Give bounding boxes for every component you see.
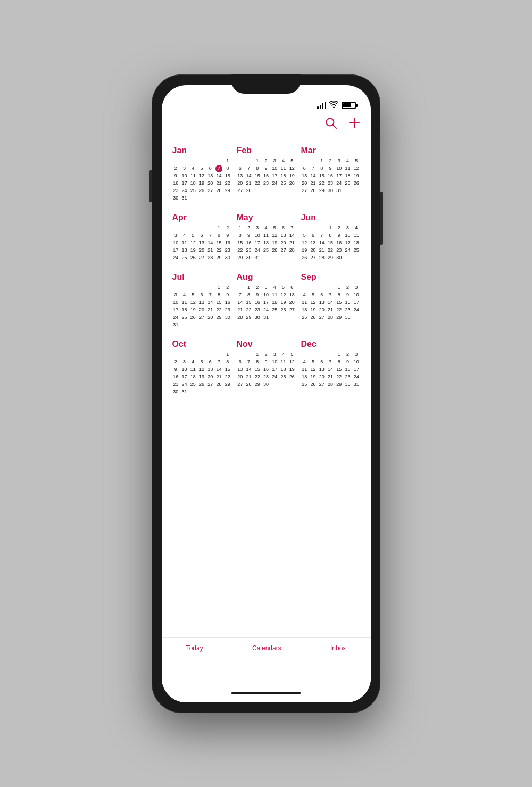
cal-day: 7	[327, 359, 334, 366]
cal-day: 1	[224, 351, 231, 359]
cal-row: 1234567	[237, 225, 296, 232]
cal-day: 26	[288, 180, 295, 187]
cal-day: 11	[181, 239, 188, 247]
cal-day: 5	[189, 292, 196, 299]
cal-day: 11	[271, 292, 278, 299]
cal-row: 2728·····	[237, 187, 296, 195]
cal-day: 14	[245, 172, 252, 180]
cal-day: 19	[301, 247, 308, 254]
cal-day: 20	[207, 374, 214, 381]
cal-day: 18	[301, 306, 308, 314]
cal-day: 17	[181, 180, 188, 187]
cal-day: 11	[280, 165, 287, 172]
cal-day: 11	[344, 165, 351, 172]
cal-day: 26	[271, 247, 278, 254]
cal-day: 4	[181, 232, 188, 239]
cal-day: 22	[254, 180, 261, 187]
cal-day: 29	[224, 187, 231, 195]
cal-day: 8	[215, 292, 222, 299]
tab-calendars[interactable]: Calendars	[252, 644, 281, 652]
cal-day: 3	[336, 158, 343, 165]
cal-day: 17	[172, 247, 179, 254]
cal-row: ···1234	[301, 225, 360, 232]
cal-day: 24	[353, 374, 360, 381]
cal-row: 11121314151617	[301, 299, 360, 306]
tab-inbox[interactable]: Inbox	[330, 644, 346, 652]
month-name: Mar	[301, 146, 360, 155]
cal-day: 22	[224, 374, 231, 381]
cal-day: 31	[181, 388, 188, 396]
cal-day: 8	[224, 359, 231, 366]
cal-day: 12	[198, 366, 205, 374]
cal-day: 30	[224, 314, 231, 321]
cal-row: 25262728293031	[301, 381, 360, 388]
cal-row: 21222324252627	[237, 306, 296, 314]
add-button[interactable]	[348, 117, 360, 132]
cal-day: 18	[189, 374, 196, 381]
cal-day: 4	[301, 359, 308, 366]
cal-day: 14	[207, 239, 214, 247]
cal-day: 1	[224, 158, 231, 165]
cal-day: 17	[271, 366, 278, 374]
month-calendar: ····123456789101112131415161718192021222…	[301, 284, 360, 321]
cal-day: 7	[327, 292, 334, 299]
cal-day: 16	[224, 239, 231, 247]
cal-day: 5	[310, 292, 317, 299]
cal-row: ······1	[172, 158, 231, 165]
cal-day: 13	[237, 366, 244, 374]
cal-day: 10	[172, 299, 179, 306]
cal-day: 15	[215, 299, 222, 306]
search-button[interactable]	[325, 117, 337, 132]
cal-row: ······1	[172, 351, 231, 359]
cal-day: 21	[310, 180, 317, 187]
cal-row: 16171819202122	[172, 374, 231, 381]
cal-day: 19	[189, 247, 196, 254]
cal-day: 12	[288, 165, 295, 172]
month-block-nov: Nov··12345678910111213141516171819202122…	[237, 339, 296, 396]
cal-day: 30	[224, 254, 231, 262]
tab-today-label: Today	[186, 644, 203, 652]
tab-today[interactable]: Today	[186, 644, 203, 652]
cal-day: 12	[189, 299, 196, 306]
cal-day: 13	[288, 292, 295, 299]
cal-day: 2	[224, 284, 231, 292]
cal-day: 21	[327, 374, 334, 381]
cal-day: 9	[245, 232, 252, 239]
cal-row: 2345678	[172, 165, 231, 172]
cal-day: 4	[189, 359, 196, 366]
cal-day: 30	[327, 187, 334, 195]
cal-day: 20	[310, 247, 317, 254]
cal-day: 23	[245, 247, 252, 254]
cal-day: 7	[245, 359, 252, 366]
cal-day: 10	[271, 165, 278, 172]
cal-row: 9101112131415	[172, 366, 231, 374]
cal-row: ·····12	[172, 284, 231, 292]
cal-day: 24	[353, 306, 360, 314]
cal-row: 3031·····	[172, 195, 231, 202]
cal-row: 20212223242526	[301, 180, 360, 187]
cal-day: 3	[353, 351, 360, 359]
cal-day: 28	[207, 254, 214, 262]
cal-day: 20	[318, 306, 325, 314]
cal-day: 30	[245, 254, 252, 262]
cal-day: 2	[254, 284, 261, 292]
cal-day: 2	[262, 158, 269, 165]
cal-day: 7	[207, 232, 214, 239]
cal-day: 7	[288, 225, 295, 232]
cal-day: 21	[215, 374, 222, 381]
cal-day: 12	[198, 172, 205, 180]
cal-day: 9	[262, 359, 269, 366]
cal-day: 20	[318, 374, 325, 381]
cal-day: 1	[245, 284, 252, 292]
home-indicator	[162, 684, 371, 702]
cal-day: 24	[271, 374, 278, 381]
cal-day: 12	[271, 232, 278, 239]
cal-day: 4	[344, 158, 351, 165]
cal-day: 12	[288, 359, 295, 366]
cal-day: 9	[344, 292, 351, 299]
battery-icon	[342, 102, 356, 109]
cal-day: 30	[336, 254, 343, 262]
cal-day: 5	[301, 232, 308, 239]
month-name: Dec	[301, 339, 360, 349]
cal-day: 5	[310, 359, 317, 366]
